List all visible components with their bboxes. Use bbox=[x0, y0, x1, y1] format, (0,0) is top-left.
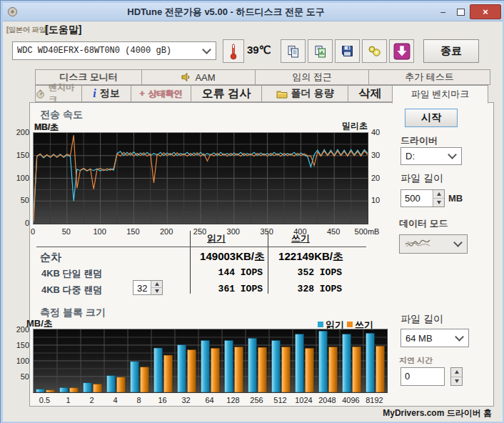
exit-button[interactable]: 종료 bbox=[423, 39, 479, 63]
transfer-ytick-left-0: 0 bbox=[8, 219, 29, 227]
transfer-xtick-300: 300 bbox=[219, 227, 248, 236]
block-xtick-8: 8 bbox=[128, 396, 151, 404]
transfer-ytick-left-150: 150 bbox=[8, 151, 29, 159]
delay-spin-buttons[interactable] bbox=[450, 367, 463, 386]
4k-multi-write-value: 328 IOPS bbox=[256, 284, 342, 294]
transfer-xtick-50: 50 bbox=[52, 227, 81, 236]
transfer-y-right-label: 밀리초 bbox=[336, 120, 368, 132]
transfer-speed-chart bbox=[33, 132, 368, 224]
sequential-write-value: 122149KB/초 bbox=[258, 250, 343, 264]
block-xtick-1: 1 bbox=[57, 396, 80, 404]
chevron-down-icon bbox=[448, 150, 457, 159]
block-ytick-100: 100 bbox=[8, 357, 29, 365]
options-button[interactable] bbox=[362, 39, 387, 63]
queue-depth-spin-buttons[interactable] bbox=[151, 281, 162, 294]
4k-single-read-value: 144 IOPS bbox=[177, 267, 263, 278]
save-button[interactable] bbox=[335, 39, 360, 63]
minimize-button[interactable]: – bbox=[434, 5, 452, 19]
copy-button[interactable] bbox=[281, 39, 306, 63]
file-length-spin-buttons[interactable] bbox=[433, 190, 444, 206]
target-drive-value: D: bbox=[405, 151, 446, 161]
gauge-icon bbox=[36, 89, 45, 99]
tab-label: 오류 검사 bbox=[202, 86, 251, 101]
chevron-down-icon bbox=[455, 332, 464, 342]
tab-AAM[interactable]: AAM bbox=[141, 69, 256, 85]
file-length2-select[interactable]: 64 MB bbox=[400, 329, 469, 347]
file-length-stepper[interactable]: 500 bbox=[400, 189, 445, 207]
transfer-ytick-right-20: 20 bbox=[371, 174, 388, 182]
row-sequential-label: 순차 bbox=[40, 251, 61, 264]
temperature-button[interactable] bbox=[223, 39, 244, 63]
block-xtick-32: 32 bbox=[175, 396, 198, 404]
target-drive-select[interactable]: D: bbox=[400, 147, 462, 165]
status-bar-link[interactable]: MyDrivers.com 드라이버 홈 bbox=[383, 407, 492, 419]
app-window: HDTune 전문가용 v5.00 - 하드디스크 전문 도구 – × [일본어… bbox=[0, 0, 504, 423]
block-ytick-150: 150 bbox=[8, 341, 29, 349]
transfer-xtick-350: 350 bbox=[253, 227, 281, 236]
drive-label: 드라이버 bbox=[400, 134, 438, 147]
menu-item-help[interactable]: [도움말] bbox=[45, 24, 81, 36]
delay-input[interactable]: 0 bbox=[400, 367, 445, 386]
tab-삭제[interactable]: 삭제 bbox=[348, 85, 393, 102]
file-length-value: 500 bbox=[401, 190, 433, 206]
transfer-xtick-400: 400 bbox=[286, 227, 314, 236]
tab-row-1: 디스크 모니터AAM임의 접근추가 테스트 bbox=[35, 69, 493, 85]
close-button[interactable]: × bbox=[470, 4, 501, 19]
queue-depth-stepper[interactable]: 32 bbox=[133, 280, 163, 295]
transfer-xtick-0: 0 bbox=[19, 227, 47, 236]
window-title: HDTune 전문가용 v5.00 - 하드디스크 전문 도구 bbox=[18, 6, 434, 19]
folder-icon bbox=[276, 89, 288, 99]
block-xtick-4: 4 bbox=[104, 396, 127, 404]
4k-multi-read-value: 361 IOPS bbox=[177, 284, 263, 294]
block-xtick-128: 128 bbox=[222, 396, 245, 404]
tab-폴더 용량[interactable]: 폴더 용량 bbox=[261, 85, 348, 102]
download-button[interactable] bbox=[389, 39, 414, 63]
4k-single-write-value: 352 IOPS bbox=[256, 267, 342, 278]
tab-임의 접근[interactable]: 임의 접근 bbox=[255, 69, 369, 85]
block-xtick-1024: 1024 bbox=[293, 396, 316, 404]
tab-상태확인[interactable]: +상태확인 bbox=[131, 85, 191, 102]
tab-row-2: 벤치마크i정보+상태확인오류 검사폴더 용량삭제파일 벤치마크 bbox=[35, 85, 493, 102]
tab-추가 테스트[interactable]: 추가 테스트 bbox=[368, 69, 490, 85]
start-button[interactable]: 시작 bbox=[405, 109, 458, 127]
chevron-down-icon bbox=[453, 238, 463, 247]
tab-label: 상태확인 bbox=[148, 88, 183, 100]
transfer-ytick-left-200: 200 bbox=[8, 128, 29, 136]
transfer-xtick-500mB: 500mB bbox=[353, 227, 381, 236]
options-icon bbox=[368, 45, 381, 57]
row-4k-single-label: 4KB 단일 랜덤 bbox=[41, 267, 102, 280]
download-icon bbox=[393, 43, 410, 60]
maximize-button[interactable] bbox=[452, 5, 470, 19]
tab-정보[interactable]: i정보 bbox=[81, 85, 131, 102]
transfer-xtick-100: 100 bbox=[86, 227, 114, 236]
copy-icon bbox=[287, 45, 300, 58]
drive-select[interactable]: WDC WD40EFRX-68WT0N0 (4000 gB) bbox=[12, 41, 216, 60]
titlebar: HDTune 전문가용 v5.00 - 하드디스크 전문 도구 – × bbox=[3, 3, 503, 21]
tab-label: 파일 벤치마크 bbox=[411, 88, 470, 101]
block-xtick-2048: 2048 bbox=[316, 396, 339, 404]
tab-오류 검사[interactable]: 오류 검사 bbox=[191, 85, 262, 102]
app-icon bbox=[7, 6, 18, 17]
menu-item-japanese-file[interactable]: [일본어 파일] bbox=[6, 25, 48, 35]
data-mode-select[interactable] bbox=[399, 234, 468, 254]
copy-image-icon bbox=[314, 45, 327, 58]
transfer-ytick-right-40: 40 bbox=[371, 128, 388, 136]
transfer-chart-title: 전송 속도 bbox=[40, 109, 83, 121]
transfer-ytick-left-100: 100 bbox=[8, 174, 29, 182]
row-4k-multi-label: 4KB 다중 랜덤 bbox=[41, 284, 102, 297]
tab-파일 벤치마크[interactable]: 파일 벤치마크 bbox=[392, 85, 488, 104]
block-xtick-256: 256 bbox=[246, 396, 268, 404]
block-xtick-2: 2 bbox=[81, 396, 104, 404]
stats-rule bbox=[36, 247, 366, 247]
block-xtick-8192: 8192 bbox=[363, 396, 386, 404]
thermometer-icon bbox=[229, 43, 238, 60]
copy-image-button[interactable] bbox=[308, 39, 333, 63]
tab-벤치마크[interactable]: 벤치마크 bbox=[35, 85, 82, 102]
maximize-icon bbox=[457, 9, 465, 16]
file-length-label: 파일 길이 bbox=[400, 172, 443, 185]
transfer-xtick-450: 450 bbox=[319, 227, 348, 236]
save-icon bbox=[341, 45, 353, 57]
tab-label: 추가 테스트 bbox=[405, 71, 454, 84]
tab-label: AAM bbox=[195, 72, 215, 83]
file-length-unit: MB bbox=[448, 193, 463, 204]
